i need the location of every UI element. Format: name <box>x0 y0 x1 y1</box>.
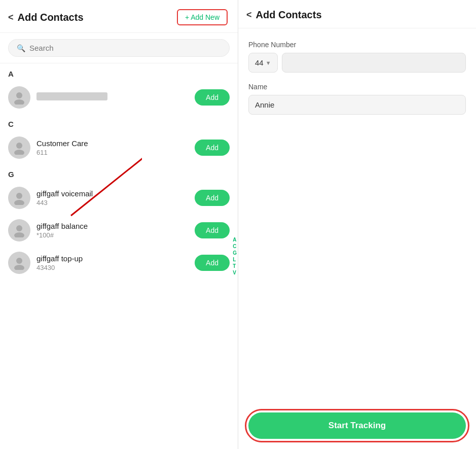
country-code-selector[interactable]: 44 ▼ <box>248 53 278 73</box>
svg-point-8 <box>16 225 22 231</box>
contact-number-topup: 43430 <box>36 264 189 271</box>
search-icon: 🔍 <box>17 44 25 52</box>
section-letter-a: A <box>0 63 238 81</box>
phone-row: 44 ▼ <box>248 53 466 73</box>
contact-number-balance: *100# <box>36 231 189 239</box>
svg-point-0 <box>16 92 22 98</box>
contact-info-annie <box>36 92 189 102</box>
svg-point-1 <box>14 99 24 105</box>
name-label: Name <box>248 83 466 91</box>
add-button-balance[interactable]: Add <box>195 222 230 238</box>
right-header: < Add Contacts <box>238 0 476 28</box>
alpha-g[interactable]: G <box>233 251 237 256</box>
svg-point-10 <box>16 258 22 264</box>
add-button-topup[interactable]: Add <box>195 255 230 271</box>
avatar-voicemail <box>8 187 30 209</box>
contact-item-topup: giffgaff top-up 43430 Add <box>0 247 238 279</box>
phone-input[interactable] <box>282 53 466 73</box>
add-button-annie[interactable]: Add <box>195 89 230 106</box>
contact-item-voicemail: giffgaff voicemail 443 Add <box>0 182 238 214</box>
start-tracking-button[interactable]: Start Tracking <box>248 412 466 439</box>
contact-item-customer-care: Customer Care 611 Add <box>0 131 238 164</box>
contact-name-customer-care: Customer Care <box>36 139 189 148</box>
search-container: 🔍 <box>0 33 238 63</box>
left-header: < Add Contacts + Add New <box>0 0 238 33</box>
contact-name-voicemail: giffgaff voicemail <box>36 189 189 198</box>
alpha-t[interactable]: T <box>233 264 237 269</box>
svg-point-5 <box>14 150 24 155</box>
right-content: Phone Number 44 ▼ Name Annie <box>238 28 476 402</box>
avatar-topup <box>8 252 30 274</box>
contact-number-voicemail: 443 <box>36 199 189 206</box>
alpha-a[interactable]: A <box>233 237 237 243</box>
alpha-c[interactable]: C <box>233 244 237 249</box>
right-footer: Start Tracking <box>238 402 476 449</box>
svg-point-11 <box>14 265 24 270</box>
header-left: < Add Contacts <box>8 12 84 23</box>
search-input[interactable] <box>29 44 221 52</box>
svg-point-7 <box>14 200 24 205</box>
alpha-v[interactable]: V <box>233 270 237 275</box>
phone-number-label: Phone Number <box>248 41 466 49</box>
alphabet-index: A C G L T V <box>233 237 237 275</box>
country-code-value: 44 <box>255 58 264 67</box>
name-value: Annie <box>255 100 274 109</box>
left-panel-title: Add Contacts <box>18 12 84 23</box>
section-letter-c: C <box>0 114 238 131</box>
avatar-annie <box>8 86 30 109</box>
contact-info-balance: giffgaff balance *100# <box>36 222 189 239</box>
left-panel: < Add Contacts + Add New 🔍 A Add <box>0 0 238 449</box>
dropdown-arrow-icon: ▼ <box>266 60 271 66</box>
right-panel: < Add Contacts Phone Number 44 ▼ Name An… <box>238 0 476 449</box>
svg-point-4 <box>16 143 22 149</box>
add-new-button[interactable]: + Add New <box>177 9 228 25</box>
left-back-arrow[interactable]: < <box>8 12 14 23</box>
section-letter-g: G <box>0 164 238 182</box>
alpha-l[interactable]: L <box>233 257 237 262</box>
add-button-voicemail[interactable]: Add <box>195 190 230 206</box>
add-button-customer-care[interactable]: Add <box>195 140 230 156</box>
right-back-arrow[interactable]: < <box>246 10 252 20</box>
svg-point-9 <box>14 232 24 237</box>
svg-point-6 <box>16 193 22 199</box>
contact-name-placeholder <box>36 92 107 100</box>
name-input[interactable]: Annie <box>248 95 466 115</box>
contact-item-annie: Add <box>0 81 238 114</box>
contact-info-customer-care: Customer Care 611 <box>36 139 189 156</box>
contact-item-balance: giffgaff balance *100# Add <box>0 214 238 247</box>
contact-number-customer-care: 611 <box>36 149 189 156</box>
contacts-list: A Add C <box>0 63 238 449</box>
avatar-balance <box>8 219 30 241</box>
contact-info-topup: giffgaff top-up 43430 <box>36 254 189 271</box>
search-box: 🔍 <box>8 39 230 57</box>
contact-name-balance: giffgaff balance <box>36 222 189 230</box>
contact-name-topup: giffgaff top-up <box>36 254 189 263</box>
contact-info-voicemail: giffgaff voicemail 443 <box>36 189 189 206</box>
avatar-customer-care <box>8 136 30 159</box>
right-panel-title: Add Contacts <box>256 9 322 21</box>
